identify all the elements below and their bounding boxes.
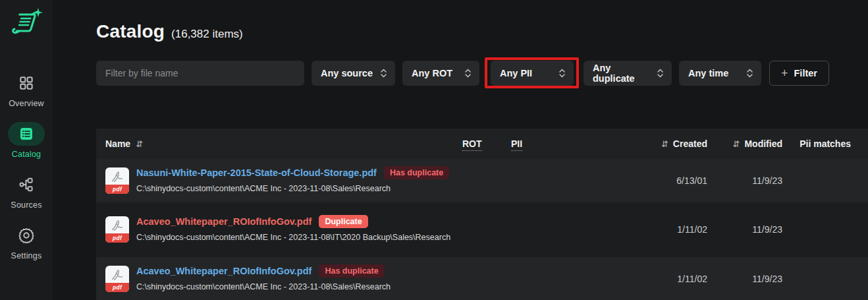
sidebar-item-label: Sources bbox=[11, 200, 41, 210]
dropdown-label: Any duplicate bbox=[593, 63, 651, 84]
pdf-file-icon: pdf bbox=[105, 167, 129, 194]
catalog-table: Name ⇵ ROT PII ⇵ Created ⇵ Modified bbox=[96, 129, 868, 300]
shinydocs-logo-icon[interactable] bbox=[9, 7, 43, 40]
acrobat-glyph-icon bbox=[110, 268, 124, 283]
created-date: 6/13/01 bbox=[629, 175, 707, 186]
rot-filter-dropdown[interactable]: Any ROT bbox=[402, 61, 479, 86]
pii-cell bbox=[511, 229, 629, 230]
duplicate-filter-dropdown[interactable]: Any duplicate bbox=[583, 61, 672, 86]
modified-date: 11/9/23 bbox=[707, 175, 782, 186]
time-filter-dropdown[interactable]: Any time bbox=[679, 61, 761, 86]
page-header: Catalog (16,382 items) bbox=[96, 21, 868, 42]
file-path: C:\shinydocs-custom\content\ACME Inc - 2… bbox=[136, 281, 391, 293]
sort-icon: ⇵ bbox=[733, 139, 740, 149]
chevron-updown-icon bbox=[380, 68, 387, 78]
duplicate-status-badge: Duplicate bbox=[319, 215, 367, 228]
table-row[interactable]: pdf Acaveo_Whitepaper_ROIofInfoGov.pdf H… bbox=[96, 257, 868, 300]
table-row[interactable]: pdf Acaveo_Whitepaper_ROIofInfoGov.pdf D… bbox=[96, 202, 868, 257]
pii-matches-cell bbox=[782, 229, 868, 230]
pii-cell bbox=[511, 180, 629, 181]
pii-filter-dropdown[interactable]: Any PII bbox=[491, 61, 574, 86]
gear-icon bbox=[18, 227, 35, 244]
pii-matches-cell bbox=[782, 180, 868, 181]
page-title: Catalog bbox=[96, 21, 165, 42]
file-name-link[interactable]: Acaveo_Whitepaper_ROIofInfoGov.pdf bbox=[136, 216, 312, 227]
acrobat-glyph-icon bbox=[110, 170, 124, 185]
sidebar-item-label: Settings bbox=[11, 251, 42, 260]
pii-matches-cell bbox=[782, 278, 868, 279]
add-filter-button[interactable]: + Filter bbox=[769, 61, 829, 86]
chevron-updown-icon bbox=[746, 68, 753, 78]
dropdown-label: Any source bbox=[321, 68, 373, 78]
chevron-updown-icon bbox=[558, 68, 566, 78]
chevron-updown-icon bbox=[464, 68, 472, 78]
table-row[interactable]: pdf Nasuni-White-Paper-2015-State-of-Clo… bbox=[96, 159, 868, 202]
duplicate-status-badge: Has duplicate bbox=[384, 166, 449, 179]
file-name-link[interactable]: Nasuni-White-Paper-2015-State-of-Cloud-S… bbox=[136, 167, 377, 178]
dropdown-label: Any ROT bbox=[412, 68, 452, 78]
sidebar: Overview Catalog bbox=[0, 0, 53, 300]
file-name-link[interactable]: Acaveo_Whitepaper_ROIofInfoGov.pdf bbox=[136, 266, 312, 276]
sort-icon: ⇵ bbox=[661, 139, 668, 149]
list-icon bbox=[18, 126, 34, 142]
rot-cell bbox=[462, 229, 511, 230]
column-header-pii[interactable]: PII bbox=[511, 138, 629, 149]
pii-cell bbox=[511, 278, 629, 279]
sidebar-item-sources[interactable]: Sources bbox=[8, 173, 45, 210]
add-filter-label: Filter bbox=[794, 68, 817, 78]
modified-date: 11/9/23 bbox=[707, 224, 782, 235]
sidebar-item-label: Catalog bbox=[12, 150, 41, 159]
created-date: 1/11/02 bbox=[629, 224, 707, 235]
pdf-file-icon: pdf bbox=[105, 216, 129, 243]
source-filter-dropdown[interactable]: Any source bbox=[312, 61, 395, 86]
file-path: C:\shinydocs-custom\content\ACME Inc - 2… bbox=[136, 231, 450, 244]
filter-bar: Any source Any ROT Any PII bbox=[96, 61, 868, 86]
column-header-name[interactable]: Name ⇵ bbox=[96, 138, 462, 149]
duplicate-status-badge: Has duplicate bbox=[319, 264, 384, 278]
table-header-row: Name ⇵ ROT PII ⇵ Created ⇵ Modified bbox=[96, 129, 868, 159]
main-content: Catalog (16,382 items) Any source Any RO… bbox=[53, 0, 868, 300]
network-icon bbox=[18, 176, 35, 193]
rot-cell bbox=[462, 278, 511, 279]
acrobat-glyph-icon bbox=[110, 219, 124, 233]
file-path: C:\shinydocs-custom\content\ACME Inc - 2… bbox=[136, 183, 449, 195]
dropdown-label: Any time bbox=[688, 68, 728, 78]
dropdown-label: Any PII bbox=[500, 68, 532, 78]
column-header-pii-matches: Pii matches bbox=[782, 138, 868, 149]
file-name-filter-input[interactable] bbox=[96, 61, 304, 86]
sidebar-item-label: Overview bbox=[9, 99, 44, 108]
column-header-modified[interactable]: ⇵ Modified bbox=[707, 138, 782, 149]
plus-icon: + bbox=[781, 67, 788, 79]
sort-icon: ⇵ bbox=[136, 139, 143, 149]
created-date: 1/11/02 bbox=[629, 274, 707, 284]
item-count: (16,382 items) bbox=[171, 28, 243, 41]
column-header-rot[interactable]: ROT bbox=[462, 138, 511, 149]
grid-icon bbox=[18, 75, 35, 92]
sidebar-item-settings[interactable]: Settings bbox=[8, 224, 45, 260]
sidebar-item-overview[interactable]: Overview bbox=[8, 71, 45, 108]
chevron-updown-icon bbox=[657, 68, 664, 78]
catalog-app: Overview Catalog bbox=[0, 0, 868, 300]
column-header-created[interactable]: ⇵ Created bbox=[629, 138, 707, 149]
rot-cell bbox=[462, 180, 511, 181]
sidebar-item-catalog[interactable]: Catalog bbox=[8, 122, 45, 159]
sidebar-nav: Overview Catalog bbox=[8, 71, 45, 274]
pdf-file-icon: pdf bbox=[105, 266, 129, 292]
modified-date: 11/9/23 bbox=[707, 274, 782, 284]
